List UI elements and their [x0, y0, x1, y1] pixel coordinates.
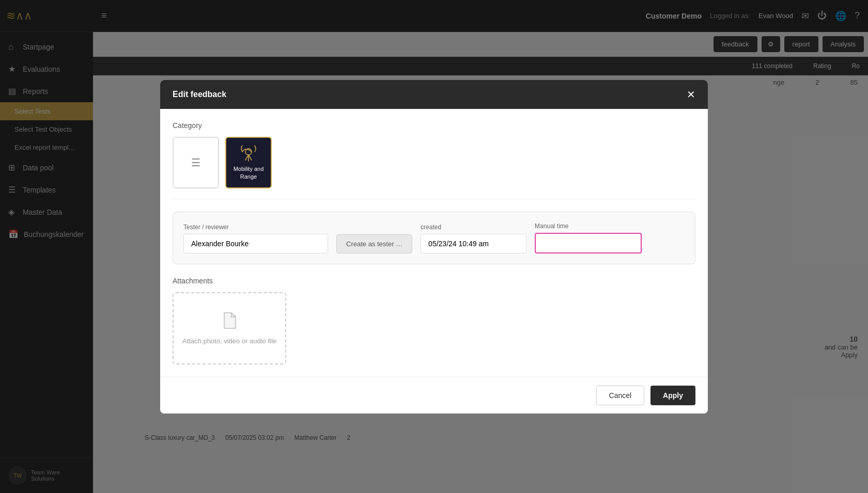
tester-label: Tester / reviewer — [183, 224, 328, 231]
created-field-group: created — [421, 224, 526, 253]
tester-input[interactable] — [183, 234, 328, 253]
attach-placeholder-text: Attach photo, video or audio file — [182, 337, 276, 345]
section-divider-1 — [173, 199, 695, 199]
cancel-button[interactable]: Cancel — [596, 386, 645, 405]
attachment-dropzone[interactable]: + Attach photo, video or audio file — [173, 292, 286, 364]
category-label: Category — [173, 121, 695, 130]
tester-section: Tester / reviewer Create as tester … cre… — [173, 212, 695, 264]
manual-time-input[interactable] — [535, 233, 642, 253]
modal-body: Category ☰ — [160, 109, 708, 377]
category-options: ☰ Mobility and Range — [173, 137, 695, 188]
mobility-category-label: Mobility and Range — [230, 165, 267, 180]
attach-file-icon: + — [222, 312, 237, 333]
mobility-icon — [238, 145, 259, 165]
attachments-section: Attachments + Attach photo, video or aud… — [173, 277, 695, 364]
modal-header: Edit feedback ✕ — [160, 80, 708, 109]
modal-footer: Cancel Apply — [160, 377, 708, 414]
edit-feedback-modal: Edit feedback ✕ Category ☰ — [160, 80, 708, 414]
category-card-list[interactable]: ☰ — [173, 137, 219, 188]
create-tester-button[interactable]: Create as tester … — [336, 234, 412, 253]
list-category-icon: ☰ — [191, 156, 200, 169]
attachments-label: Attachments — [173, 277, 695, 285]
manual-time-label: Manual time — [535, 222, 642, 230]
created-label: created — [421, 224, 526, 231]
svg-text:+: + — [233, 313, 236, 319]
created-input — [421, 234, 526, 253]
manual-time-field-group: Manual time — [535, 222, 642, 253]
category-section: Category ☰ — [173, 121, 695, 188]
modal-close-button[interactable]: ✕ — [687, 89, 695, 100]
tester-field-group: Tester / reviewer — [183, 224, 328, 253]
apply-button[interactable]: Apply — [650, 386, 695, 405]
modal-title: Edit feedback — [173, 90, 226, 99]
tester-row: Tester / reviewer Create as tester … cre… — [183, 222, 685, 253]
category-card-mobility[interactable]: Mobility and Range — [225, 137, 272, 188]
